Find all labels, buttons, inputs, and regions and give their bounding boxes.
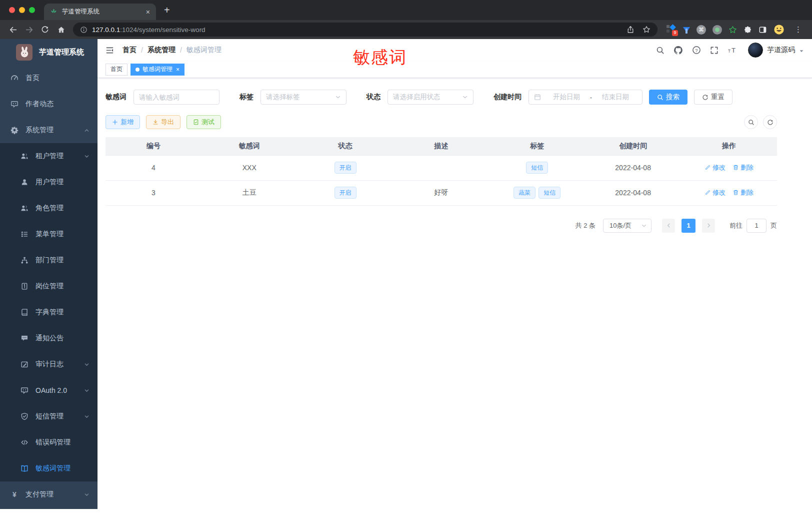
users-icon [20,152,29,160]
breadcrumb-item[interactable]: 系统管理 [148,46,176,55]
page-size-select[interactable]: 10条/页 [603,219,652,233]
cell-status: 开启 [298,180,394,205]
font-size-icon[interactable]: TT [728,46,737,55]
github-icon[interactable] [674,46,683,55]
favicon-plant-icon [50,8,58,16]
browser-menu-icon[interactable]: ⋮ [794,25,802,34]
minimize-window-button[interactable] [19,7,25,13]
sidebar-item-menu[interactable]: 菜单管理 [0,221,98,247]
sidebar-item-sensitive-word[interactable]: 敏感词管理 [0,455,98,481]
forward-button[interactable] [22,23,36,37]
close-window-button[interactable] [9,7,15,13]
url-bar[interactable]: 127.0.0.1:1024/system/sensitive-word [73,23,658,37]
reset-button[interactable]: 重置 [694,90,732,105]
sidebar-item-tenant[interactable]: 租户管理 [0,143,98,169]
tags-view-tag[interactable]: 首页 [106,64,128,76]
edit-button[interactable]: 修改 [704,188,726,197]
sidebar-item-user[interactable]: 用户管理 [0,169,98,195]
breadcrumb-item[interactable]: 首页 [122,46,136,55]
current-page[interactable]: 1 [682,219,696,233]
active-dot [136,68,140,72]
sidebar-item-label: 通知公告 [36,334,64,343]
profile-avatar-emoji[interactable] [774,24,784,35]
header-search-icon[interactable] [656,46,664,55]
rabbit-logo-icon [16,44,32,61]
sidebar-item-sms[interactable]: 短信管理 [0,403,98,429]
column-header: 创建时间 [585,137,681,155]
tab-close-icon[interactable]: × [146,8,150,16]
fullscreen-icon[interactable] [710,46,718,55]
role-users-icon [20,204,29,212]
home-button[interactable] [54,23,68,37]
date-range-picker[interactable]: 开始日期 - 结束日期 [528,90,642,105]
tags-view-tag-active[interactable]: 敏感词管理× [130,64,184,76]
cell-id: 3 [106,180,202,205]
refresh-table-button[interactable] [763,115,777,129]
cell-description: 好呀 [394,180,490,205]
sidebar-item-author[interactable]: 作者动态 [0,91,98,117]
export-button[interactable]: 导出 [146,115,180,129]
help-icon[interactable]: ? [692,46,701,55]
sidebar-item-label: 租户管理 [36,152,64,161]
sidebar-item-notice[interactable]: 通知公告 [0,325,98,351]
test-button[interactable]: 测试 [186,115,221,129]
back-button[interactable] [6,23,20,37]
oauth-robot-icon [20,386,29,394]
sidebar-item-role[interactable]: 角色管理 [0,195,98,221]
toggle-search-button[interactable] [744,115,758,129]
sidebar-fold-icon[interactable] [106,46,114,55]
next-page-button[interactable] [702,219,715,233]
delete-button[interactable]: 删除 [732,188,754,197]
extension-star-icon[interactable] [728,26,737,34]
bookmark-star-icon[interactable] [642,26,650,34]
goto-page-input[interactable] [746,219,766,233]
user-menu[interactable]: 芋道源码 [748,43,804,58]
extension-command-icon[interactable]: ⌘ [696,25,706,35]
sidebar-item-audit[interactable]: 审计日志 [0,351,98,377]
extensions-puzzle-icon[interactable] [744,26,752,34]
sidebar-item-label: 部门管理 [36,256,64,265]
sidebar-item-system[interactable]: 系统管理 [0,117,98,143]
breadcrumb-separator: / [141,46,143,54]
sidebar-item-oauth[interactable]: OAuth 2.0 [0,377,98,403]
cell-created-time: 2022-04-08 [585,155,681,180]
add-button[interactable]: 新增 [106,115,140,129]
sidebar-item-post[interactable]: 岗位管理 [0,273,98,299]
new-tab-button[interactable]: + [164,5,170,15]
edit-button[interactable]: 修改 [704,163,726,172]
delete-button[interactable]: 删除 [732,163,754,172]
browser-tabstrip: 芋道管理系统 × + [0,0,812,20]
status-badge: 开启 [334,162,356,174]
zoom-window-button[interactable] [29,7,35,13]
sidebar-item-dict[interactable]: 字典管理 [0,299,98,325]
site-info-icon[interactable] [80,26,88,34]
extension-badge: 9 [672,30,678,36]
search-button[interactable]: 搜索 [649,90,688,105]
column-header: 标签 [489,137,585,155]
sidebar-logo[interactable]: 芋道管理系统 [0,39,98,65]
share-icon[interactable] [626,26,634,34]
extension-record-icon[interactable] [712,25,722,35]
extension-funnel-icon[interactable] [683,27,690,33]
column-header: 编号 [106,137,202,155]
search-icon [657,94,664,101]
status-select[interactable]: 请选择启用状态 [388,90,474,105]
keyword-input[interactable] [139,94,214,101]
prev-page-button[interactable] [662,219,675,233]
reload-button[interactable] [38,23,52,37]
page-unit-label: 页 [770,221,777,230]
tab-title: 芋道管理系统 [62,8,100,16]
browser-tab[interactable]: 芋道管理系统 × [44,4,156,20]
sidebar-item-label: 首页 [26,74,40,83]
close-icon[interactable]: × [176,66,180,73]
sidebar-item-home[interactable]: 首页 [0,65,98,91]
tag-select[interactable]: 请选择标签 [260,90,346,105]
sidebar-item-errcode[interactable]: 错误码管理 [0,429,98,455]
sidebar-item-label: 短信管理 [36,412,64,421]
extension-diamond-icon[interactable]: 9 [666,25,676,35]
sidebar-item-dept[interactable]: 部门管理 [0,247,98,273]
calendar-icon [534,94,541,101]
sidebar-item-pay[interactable]: ¥支付管理 [0,481,98,507]
side-panel-icon[interactable] [758,26,767,34]
username: 芋道源码 [767,46,795,55]
